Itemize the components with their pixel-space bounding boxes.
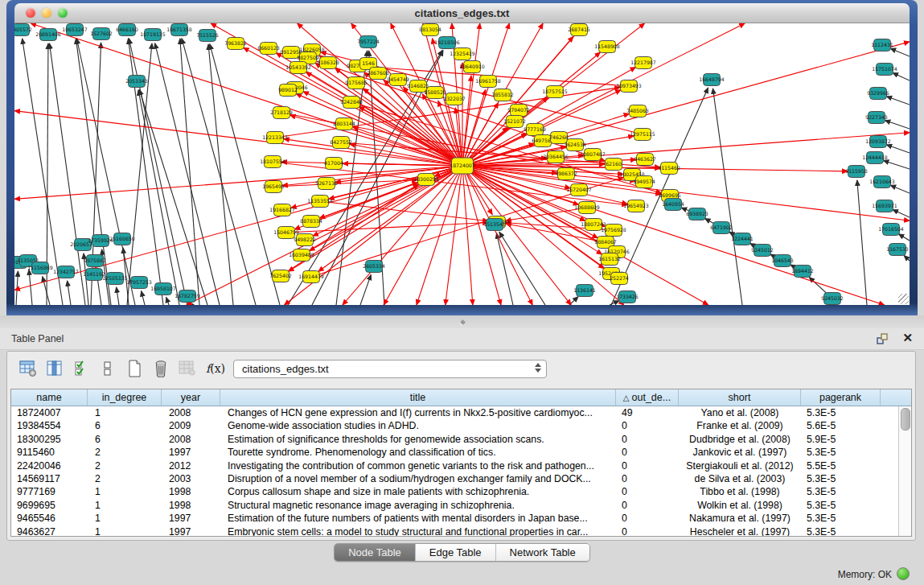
table-cell[interactable]: 5.5E-5 — [801, 459, 881, 472]
table-settings-icon[interactable] — [18, 359, 38, 378]
table-cell[interactable]: 5.3E-5 — [801, 406, 881, 419]
tab-node-table[interactable]: Node Table — [335, 544, 416, 561]
table-cell[interactable]: 5.3E-5 — [801, 499, 881, 512]
table-cell[interactable]: 2 — [88, 472, 162, 485]
close-panel-icon[interactable]: ✕ — [902, 331, 913, 345]
tab-edge-table[interactable]: Edge Table — [416, 544, 496, 561]
table-cell[interactable]: 9777169 — [11, 485, 88, 498]
table-cell[interactable]: 1 — [88, 512, 162, 525]
table-cell[interactable]: 9699695 — [11, 499, 88, 512]
table-cell[interactable]: 5.3E-5 — [801, 446, 881, 459]
table-cell[interactable]: Dudbridge et al. (2008) — [679, 433, 801, 446]
column-header-out_de[interactable]: △out_de... — [616, 389, 679, 406]
table-cell[interactable]: 1997 — [162, 446, 220, 459]
import-table-icon[interactable] — [178, 359, 197, 378]
table-cell[interactable]: Stergiakouli et al. (2012) — [679, 459, 801, 472]
table-cell[interactable]: 2003 — [162, 472, 220, 485]
table-cell[interactable]: 1997 — [162, 512, 220, 525]
table-cell[interactable]: 1 — [88, 525, 162, 537]
table-cell[interactable]: 5.3E-5 — [801, 512, 881, 525]
panel-splitter[interactable] — [0, 315, 924, 328]
table-cell[interactable]: 0 — [616, 525, 679, 537]
function-builder-icon[interactable]: f(x) — [206, 362, 225, 375]
table-cell[interactable]: 1998 — [162, 485, 220, 498]
table-cell[interactable]: 0 — [616, 446, 679, 459]
table-row[interactable]: 977716911998Corpus callosum shape and si… — [11, 485, 911, 498]
table-cell[interactable]: Jankovic et al. (1997) — [679, 446, 801, 459]
table-scrollbar[interactable] — [898, 406, 911, 536]
table-cell[interactable]: Estimation of significance thresholds fo… — [220, 433, 616, 446]
table-row[interactable]: 946362711997Embryonic stem cells: a mode… — [11, 525, 911, 537]
table-cell[interactable]: 1 — [88, 485, 162, 498]
table-cell[interactable]: 18300295 — [11, 433, 88, 446]
table-cell[interactable]: 0 — [616, 433, 679, 446]
table-cell[interactable]: Nakamura et al. (1997) — [679, 512, 801, 525]
table-cell[interactable]: 1 — [88, 499, 162, 512]
table-row[interactable]: 2242004622012Investigating the contribut… — [11, 459, 911, 472]
table-cell[interactable]: 5.3E-5 — [801, 485, 881, 498]
table-row[interactable]: 1830029562008Estimation of significance … — [11, 433, 911, 446]
table-cell[interactable]: Disruption of a novel member of a sodium… — [220, 472, 616, 485]
table-row[interactable]: 1938455462009Genome-wide association stu… — [11, 419, 911, 432]
table-cell[interactable]: Yano et al. (2008) — [679, 406, 801, 419]
table-cell[interactable]: 0 — [616, 485, 679, 498]
table-cell[interactable]: 18724007 — [11, 406, 88, 419]
column-header-pagerank[interactable]: pagerank — [801, 389, 881, 406]
table-cell[interactable]: de Silva et al. (2003) — [679, 472, 801, 485]
table-cell[interactable]: 1998 — [162, 499, 220, 512]
table-cell[interactable]: 22420046 — [11, 459, 88, 472]
float-panel-icon[interactable] — [876, 332, 889, 345]
clear-selection-icon[interactable] — [98, 359, 117, 378]
table-cell[interactable]: Genome-wide association studies in ADHD. — [220, 419, 616, 432]
table-cell[interactable]: 5.9E-5 — [801, 433, 881, 446]
new-table-icon[interactable] — [125, 359, 144, 378]
table-cell[interactable]: 0 — [616, 472, 679, 485]
table-row[interactable]: 911546021997Tourette syndrome. Phenomeno… — [11, 446, 911, 459]
delete-table-icon[interactable] — [151, 359, 170, 378]
scrollbar-thumb[interactable] — [901, 408, 910, 431]
table-cell[interactable]: 0 — [616, 499, 679, 512]
table-cell[interactable]: Changes of HCN gene expression and I(f) … — [220, 406, 616, 419]
table-cell[interactable]: Investigating the contribution of common… — [220, 459, 616, 472]
table-row[interactable]: 1456911722003Disruption of a novel membe… — [11, 472, 911, 485]
table-cell[interactable]: 0 — [616, 459, 679, 472]
column-header-name[interactable]: name — [11, 389, 88, 406]
table-cell[interactable]: 2 — [88, 459, 162, 472]
column-header-in_degree[interactable]: in_degree — [88, 389, 162, 406]
tab-network-table[interactable]: Network Table — [496, 544, 589, 561]
table-cell[interactable]: 0 — [616, 512, 679, 525]
table-cell[interactable]: 2008 — [162, 433, 220, 446]
table-cell[interactable]: 14569117 — [11, 472, 88, 485]
network-canvas[interactable]: 2405572208914061065324715276026466160107… — [14, 23, 910, 305]
table-cell[interactable]: Tibbo et al. (1998) — [679, 485, 801, 498]
network-graph[interactable]: 2405572208914061065324715276026466160107… — [14, 23, 910, 305]
table-cell[interactable]: 6 — [88, 433, 162, 446]
table-cell[interactable]: 2 — [88, 446, 162, 459]
table-cell[interactable]: 2012 — [162, 459, 220, 472]
table-row[interactable]: 1872400712008Changes of HCN gene express… — [11, 406, 911, 419]
table-cell[interactable]: Corpus callosum shape and size in male p… — [220, 485, 616, 498]
table-cell[interactable]: Wolkin et al. (1998) — [679, 499, 801, 512]
table-cell[interactable]: 6 — [88, 419, 162, 432]
select-rows-icon[interactable] — [72, 359, 91, 378]
table-cell[interactable]: 9115460 — [11, 446, 88, 459]
table-row[interactable]: 946554611997Estimation of the future num… — [11, 512, 911, 525]
table-cell[interactable]: 19384554 — [11, 419, 88, 432]
table-cell[interactable]: 9463627 — [11, 525, 88, 537]
table-row[interactable]: 969969511998Structural magnetic resonanc… — [11, 499, 911, 512]
show-columns-icon[interactable] — [45, 359, 64, 378]
table-cell[interactable]: 49 — [616, 406, 679, 419]
network-window-titlebar[interactable]: citations_edges.txt — [14, 3, 910, 23]
table-cell[interactable]: Tourette syndrome. Phenomenology and cla… — [220, 446, 616, 459]
column-header-short[interactable]: short — [679, 389, 801, 406]
table-cell[interactable]: Embryonic stem cells: a model to study s… — [220, 525, 616, 537]
column-header-title[interactable]: title — [220, 389, 616, 406]
table-cell[interactable]: 5.3E-5 — [801, 525, 881, 537]
table-cell[interactable]: 9465546 — [11, 512, 88, 525]
table-cell[interactable]: Estimation of the future numbers of pati… — [220, 512, 616, 525]
table-cell[interactable]: 5.6E-5 — [801, 419, 881, 432]
column-header-year[interactable]: year — [162, 389, 220, 406]
table-cell[interactable]: 2009 — [162, 419, 220, 432]
table-cell[interactable]: 2008 — [162, 406, 220, 419]
table-cell[interactable]: 0 — [616, 419, 679, 432]
